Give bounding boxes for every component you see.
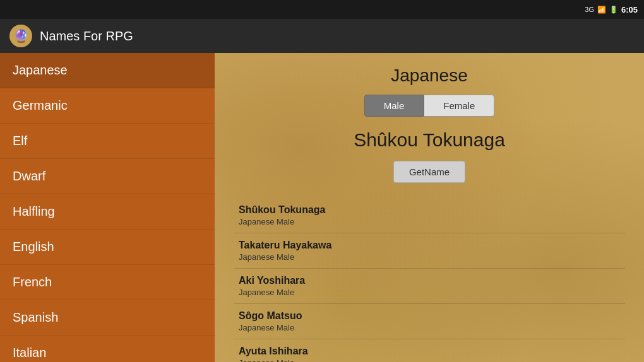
content-area: Japanese Male Female Shûkou Tokunaga Get…: [215, 53, 644, 362]
history-meta: Japanese Male: [239, 252, 620, 262]
content-inner: Japanese Male Female Shûkou Tokunaga Get…: [215, 53, 644, 362]
sidebar-item-italian[interactable]: Italian: [0, 336, 215, 362]
sidebar-item-germanic[interactable]: Germanic: [0, 88, 215, 124]
history-name: Aki Yoshihara: [239, 275, 620, 286]
signal-icon: 3G: [585, 6, 594, 13]
history-name: Shûkou Tokunaga: [239, 204, 620, 216]
sidebar-item-halfling[interactable]: Halfling: [0, 194, 215, 230]
history-meta: Japanese Male: [239, 358, 620, 362]
sidebar-item-dwarf[interactable]: Dwarf: [0, 159, 215, 194]
history-meta: Japanese Male: [239, 323, 620, 332]
history-item: Sôgo MatsuoJapanese Male: [234, 304, 625, 339]
status-bar: 3G 📶 🔋 6:05: [0, 0, 644, 19]
status-icons: 3G 📶 🔋 6:05: [585, 5, 638, 15]
clock: 6:05: [621, 5, 638, 15]
app-bar: 🔮 Names For RPG: [0, 19, 644, 53]
signal-bars-icon: 📶: [597, 6, 606, 14]
app-logo-icon: 🔮: [13, 28, 29, 44]
female-toggle-button[interactable]: Female: [424, 95, 494, 117]
history-item: Ayuta IshiharaJapanese Male: [234, 339, 625, 362]
history-meta: Japanese Male: [239, 217, 620, 226]
male-toggle-button[interactable]: Male: [364, 95, 424, 117]
history-name: Takateru Hayakawa: [239, 240, 620, 251]
sidebar-item-elf[interactable]: Elf: [0, 124, 215, 159]
generated-name: Shûkou Tokunaga: [227, 129, 631, 151]
history-meta: Japanese Male: [239, 288, 620, 297]
sidebar-item-french[interactable]: French: [0, 265, 215, 300]
battery-icon: 🔋: [609, 6, 618, 14]
content-title: Japanese: [227, 66, 631, 86]
sidebar-item-japanese[interactable]: Japanese: [0, 53, 215, 88]
sidebar-item-english[interactable]: English: [0, 230, 215, 265]
getname-button[interactable]: GetName: [393, 161, 465, 183]
sidebar-item-spanish[interactable]: Spanish: [0, 300, 215, 336]
history-name: Ayuta Ishihara: [239, 346, 620, 357]
app-logo: 🔮: [9, 25, 32, 47]
history-item: Aki YoshiharaJapanese Male: [234, 269, 625, 304]
history-name: Sôgo Matsuo: [239, 310, 620, 322]
gender-toggle: Male Female: [227, 95, 631, 117]
history-item: Takateru HayakawaJapanese Male: [234, 233, 625, 269]
sidebar: JapaneseGermanicElfDwarfHalflingEnglishF…: [0, 53, 215, 362]
history-list: Shûkou TokunagaJapanese MaleTakateru Hay…: [227, 198, 631, 362]
history-item: Shûkou TokunagaJapanese Male: [234, 198, 625, 233]
main-layout: JapaneseGermanicElfDwarfHalflingEnglishF…: [0, 53, 644, 362]
app-title: Names For RPG: [40, 29, 133, 44]
